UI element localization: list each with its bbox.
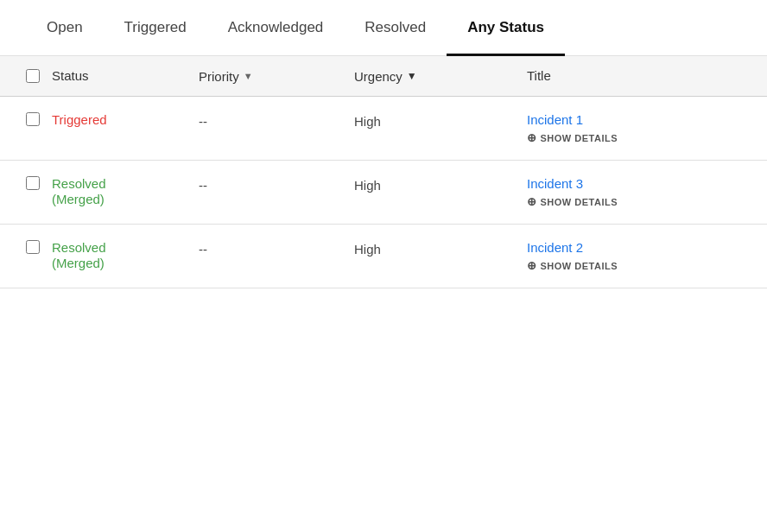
row-status: Resolved(Merged) — [52, 240, 199, 271]
priority-column-label: Priority — [199, 69, 239, 84]
header-checkbox-col[interactable] — [14, 69, 52, 83]
show-details-button[interactable]: ⊕ SHOW DETAILS — [527, 195, 753, 208]
header-title: Title — [527, 68, 753, 84]
show-details-label: SHOW DETAILS — [541, 133, 618, 143]
row-checkbox[interactable] — [26, 112, 40, 126]
row-title: Incident 1 ⊕ SHOW DETAILS — [527, 112, 753, 144]
status-column-label: Status — [52, 68, 89, 83]
row-checkbox-col[interactable] — [14, 240, 52, 254]
row-title: Incident 3 ⊕ SHOW DETAILS — [527, 176, 753, 208]
header-status: Status — [52, 68, 199, 84]
status-label: Triggered — [52, 112, 107, 127]
status-label: Resolved(Merged) — [52, 240, 106, 270]
row-status: Triggered — [52, 112, 199, 128]
row-checkbox-col[interactable] — [14, 112, 52, 126]
row-checkbox[interactable] — [26, 240, 40, 254]
tab-acknowledged[interactable]: Acknowledged — [207, 0, 345, 55]
row-urgency: High — [354, 112, 527, 129]
show-details-label: SHOW DETAILS — [541, 261, 618, 271]
row-checkbox-col[interactable] — [14, 176, 52, 190]
show-details-label: SHOW DETAILS — [541, 197, 618, 207]
tab-any-status[interactable]: Any Status — [447, 0, 565, 55]
table-row: Resolved(Merged) -- High Incident 2 ⊕ SH… — [0, 225, 767, 288]
row-priority: -- — [199, 112, 354, 129]
title-column-label: Title — [527, 68, 551, 83]
row-urgency: High — [354, 176, 527, 193]
status-label: Resolved(Merged) — [52, 176, 106, 206]
table-row: Triggered -- High Incident 1 ⊕ SHOW DETA… — [0, 97, 767, 161]
select-all-checkbox[interactable] — [26, 69, 40, 83]
show-details-button[interactable]: ⊕ SHOW DETAILS — [527, 259, 753, 272]
row-urgency: High — [354, 240, 527, 256]
incident-title-link[interactable]: Incident 1 — [527, 112, 753, 127]
table-row: Resolved(Merged) -- High Incident 3 ⊕ SH… — [0, 161, 767, 225]
table-header: Status Priority ▼ Urgency ▼ Title — [0, 56, 767, 97]
row-title: Incident 2 ⊕ SHOW DETAILS — [527, 240, 753, 272]
row-priority: -- — [199, 176, 354, 193]
tab-triggered[interactable]: Triggered — [104, 0, 207, 55]
header-urgency[interactable]: Urgency ▼ — [354, 69, 527, 84]
row-checkbox[interactable] — [26, 176, 40, 190]
urgency-filter-icon[interactable]: ▼ — [407, 70, 417, 82]
tab-bar: Open Triggered Acknowledged Resolved Any… — [0, 0, 767, 56]
priority-sort-icon[interactable]: ▼ — [244, 71, 253, 81]
urgency-column-label: Urgency — [354, 69, 403, 84]
incident-title-link[interactable]: Incident 2 — [527, 240, 753, 255]
header-priority[interactable]: Priority ▼ — [199, 69, 354, 84]
show-details-icon: ⊕ — [527, 195, 537, 208]
row-priority: -- — [199, 240, 354, 256]
tab-open[interactable]: Open — [26, 0, 104, 55]
tab-resolved[interactable]: Resolved — [344, 0, 447, 55]
show-details-button[interactable]: ⊕ SHOW DETAILS — [527, 131, 753, 144]
show-details-icon: ⊕ — [527, 131, 537, 144]
show-details-icon: ⊕ — [527, 259, 537, 272]
row-status: Resolved(Merged) — [52, 176, 199, 207]
incident-title-link[interactable]: Incident 3 — [527, 176, 753, 191]
